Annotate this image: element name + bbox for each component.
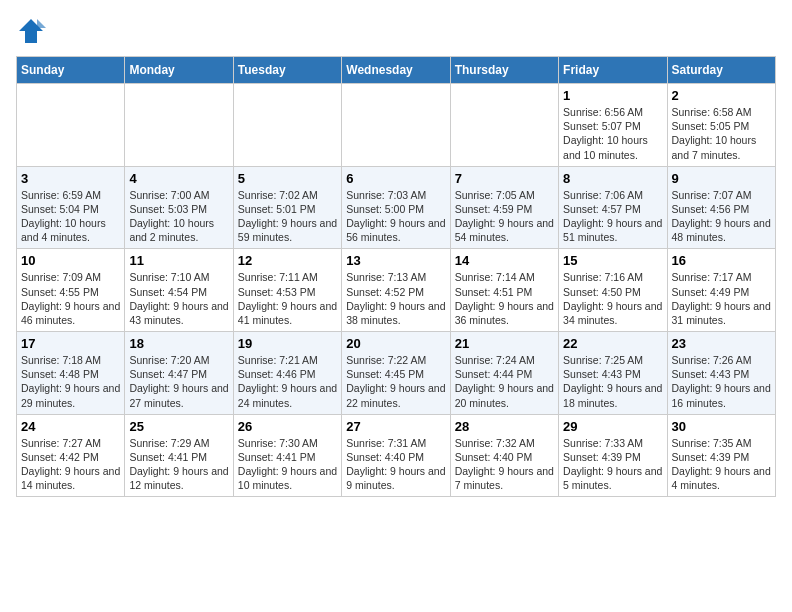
- day-info: Sunrise: 7:32 AMSunset: 4:40 PMDaylight:…: [455, 436, 554, 493]
- svg-marker-1: [37, 19, 46, 28]
- calendar-day-cell: 11Sunrise: 7:10 AMSunset: 4:54 PMDayligh…: [125, 249, 233, 332]
- empty-cell: [233, 84, 341, 167]
- day-info: Sunrise: 7:00 AMSunset: 5:03 PMDaylight:…: [129, 188, 228, 245]
- day-info: Sunrise: 7:31 AMSunset: 4:40 PMDaylight:…: [346, 436, 445, 493]
- day-info: Sunrise: 7:35 AMSunset: 4:39 PMDaylight:…: [672, 436, 771, 493]
- calendar-day-cell: 8Sunrise: 7:06 AMSunset: 4:57 PMDaylight…: [559, 166, 667, 249]
- day-number: 6: [346, 171, 445, 186]
- day-info: Sunrise: 7:30 AMSunset: 4:41 PMDaylight:…: [238, 436, 337, 493]
- day-info: Sunrise: 6:59 AMSunset: 5:04 PMDaylight:…: [21, 188, 120, 245]
- calendar-day-cell: 12Sunrise: 7:11 AMSunset: 4:53 PMDayligh…: [233, 249, 341, 332]
- day-info: Sunrise: 7:26 AMSunset: 4:43 PMDaylight:…: [672, 353, 771, 410]
- day-number: 16: [672, 253, 771, 268]
- day-number: 12: [238, 253, 337, 268]
- calendar-day-cell: 18Sunrise: 7:20 AMSunset: 4:47 PMDayligh…: [125, 332, 233, 415]
- day-info: Sunrise: 7:27 AMSunset: 4:42 PMDaylight:…: [21, 436, 120, 493]
- calendar-day-cell: 19Sunrise: 7:21 AMSunset: 4:46 PMDayligh…: [233, 332, 341, 415]
- day-info: Sunrise: 7:18 AMSunset: 4:48 PMDaylight:…: [21, 353, 120, 410]
- day-number: 19: [238, 336, 337, 351]
- calendar-day-cell: 10Sunrise: 7:09 AMSunset: 4:55 PMDayligh…: [17, 249, 125, 332]
- logo-icon: [16, 16, 46, 46]
- calendar-day-cell: 3Sunrise: 6:59 AMSunset: 5:04 PMDaylight…: [17, 166, 125, 249]
- empty-cell: [125, 84, 233, 167]
- day-number: 26: [238, 419, 337, 434]
- day-info: Sunrise: 7:10 AMSunset: 4:54 PMDaylight:…: [129, 270, 228, 327]
- day-info: Sunrise: 7:14 AMSunset: 4:51 PMDaylight:…: [455, 270, 554, 327]
- day-number: 27: [346, 419, 445, 434]
- calendar-day-cell: 7Sunrise: 7:05 AMSunset: 4:59 PMDaylight…: [450, 166, 558, 249]
- day-info: Sunrise: 7:20 AMSunset: 4:47 PMDaylight:…: [129, 353, 228, 410]
- day-info: Sunrise: 7:24 AMSunset: 4:44 PMDaylight:…: [455, 353, 554, 410]
- day-number: 7: [455, 171, 554, 186]
- weekday-header: Sunday: [17, 57, 125, 84]
- day-number: 23: [672, 336, 771, 351]
- day-number: 29: [563, 419, 662, 434]
- day-info: Sunrise: 7:29 AMSunset: 4:41 PMDaylight:…: [129, 436, 228, 493]
- calendar-table: SundayMondayTuesdayWednesdayThursdayFrid…: [16, 56, 776, 497]
- day-info: Sunrise: 7:17 AMSunset: 4:49 PMDaylight:…: [672, 270, 771, 327]
- day-info: Sunrise: 7:21 AMSunset: 4:46 PMDaylight:…: [238, 353, 337, 410]
- day-number: 28: [455, 419, 554, 434]
- day-number: 14: [455, 253, 554, 268]
- day-number: 18: [129, 336, 228, 351]
- calendar-day-cell: 13Sunrise: 7:13 AMSunset: 4:52 PMDayligh…: [342, 249, 450, 332]
- day-number: 8: [563, 171, 662, 186]
- logo: [16, 16, 50, 46]
- day-info: Sunrise: 7:13 AMSunset: 4:52 PMDaylight:…: [346, 270, 445, 327]
- calendar-day-cell: 9Sunrise: 7:07 AMSunset: 4:56 PMDaylight…: [667, 166, 775, 249]
- day-info: Sunrise: 7:09 AMSunset: 4:55 PMDaylight:…: [21, 270, 120, 327]
- day-info: Sunrise: 7:03 AMSunset: 5:00 PMDaylight:…: [346, 188, 445, 245]
- day-info: Sunrise: 7:33 AMSunset: 4:39 PMDaylight:…: [563, 436, 662, 493]
- day-number: 11: [129, 253, 228, 268]
- day-number: 21: [455, 336, 554, 351]
- calendar-day-cell: 15Sunrise: 7:16 AMSunset: 4:50 PMDayligh…: [559, 249, 667, 332]
- calendar-day-cell: 30Sunrise: 7:35 AMSunset: 4:39 PMDayligh…: [667, 414, 775, 497]
- day-number: 30: [672, 419, 771, 434]
- day-number: 4: [129, 171, 228, 186]
- calendar-day-cell: 21Sunrise: 7:24 AMSunset: 4:44 PMDayligh…: [450, 332, 558, 415]
- calendar-day-cell: 22Sunrise: 7:25 AMSunset: 4:43 PMDayligh…: [559, 332, 667, 415]
- calendar-day-cell: 24Sunrise: 7:27 AMSunset: 4:42 PMDayligh…: [17, 414, 125, 497]
- day-number: 10: [21, 253, 120, 268]
- calendar-day-cell: 6Sunrise: 7:03 AMSunset: 5:00 PMDaylight…: [342, 166, 450, 249]
- day-info: Sunrise: 6:58 AMSunset: 5:05 PMDaylight:…: [672, 105, 771, 162]
- empty-cell: [342, 84, 450, 167]
- calendar-day-cell: 17Sunrise: 7:18 AMSunset: 4:48 PMDayligh…: [17, 332, 125, 415]
- calendar-day-cell: 20Sunrise: 7:22 AMSunset: 4:45 PMDayligh…: [342, 332, 450, 415]
- calendar-day-cell: 2Sunrise: 6:58 AMSunset: 5:05 PMDaylight…: [667, 84, 775, 167]
- day-number: 3: [21, 171, 120, 186]
- day-info: Sunrise: 7:06 AMSunset: 4:57 PMDaylight:…: [563, 188, 662, 245]
- calendar-day-cell: 1Sunrise: 6:56 AMSunset: 5:07 PMDaylight…: [559, 84, 667, 167]
- calendar-day-cell: 27Sunrise: 7:31 AMSunset: 4:40 PMDayligh…: [342, 414, 450, 497]
- day-number: 1: [563, 88, 662, 103]
- day-info: Sunrise: 6:56 AMSunset: 5:07 PMDaylight:…: [563, 105, 662, 162]
- calendar-day-cell: 14Sunrise: 7:14 AMSunset: 4:51 PMDayligh…: [450, 249, 558, 332]
- day-number: 15: [563, 253, 662, 268]
- day-info: Sunrise: 7:02 AMSunset: 5:01 PMDaylight:…: [238, 188, 337, 245]
- calendar-day-cell: 4Sunrise: 7:00 AMSunset: 5:03 PMDaylight…: [125, 166, 233, 249]
- calendar-day-cell: 25Sunrise: 7:29 AMSunset: 4:41 PMDayligh…: [125, 414, 233, 497]
- calendar-day-cell: 28Sunrise: 7:32 AMSunset: 4:40 PMDayligh…: [450, 414, 558, 497]
- day-number: 9: [672, 171, 771, 186]
- calendar-day-cell: 26Sunrise: 7:30 AMSunset: 4:41 PMDayligh…: [233, 414, 341, 497]
- weekday-header: Friday: [559, 57, 667, 84]
- day-number: 20: [346, 336, 445, 351]
- day-number: 22: [563, 336, 662, 351]
- weekday-header: Tuesday: [233, 57, 341, 84]
- weekday-header: Monday: [125, 57, 233, 84]
- day-number: 24: [21, 419, 120, 434]
- day-number: 13: [346, 253, 445, 268]
- weekday-header: Saturday: [667, 57, 775, 84]
- calendar-day-cell: 29Sunrise: 7:33 AMSunset: 4:39 PMDayligh…: [559, 414, 667, 497]
- day-number: 17: [21, 336, 120, 351]
- day-info: Sunrise: 7:22 AMSunset: 4:45 PMDaylight:…: [346, 353, 445, 410]
- calendar-day-cell: 23Sunrise: 7:26 AMSunset: 4:43 PMDayligh…: [667, 332, 775, 415]
- weekday-header: Wednesday: [342, 57, 450, 84]
- page-header: [16, 16, 776, 46]
- calendar-day-cell: 16Sunrise: 7:17 AMSunset: 4:49 PMDayligh…: [667, 249, 775, 332]
- day-info: Sunrise: 7:16 AMSunset: 4:50 PMDaylight:…: [563, 270, 662, 327]
- day-info: Sunrise: 7:25 AMSunset: 4:43 PMDaylight:…: [563, 353, 662, 410]
- day-info: Sunrise: 7:11 AMSunset: 4:53 PMDaylight:…: [238, 270, 337, 327]
- day-number: 25: [129, 419, 228, 434]
- day-number: 2: [672, 88, 771, 103]
